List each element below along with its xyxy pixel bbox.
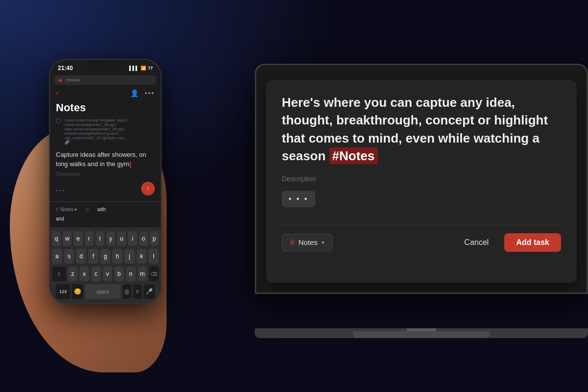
key-k[interactable]: k [137, 249, 147, 264]
tag-label: Notes [298, 238, 318, 246]
key-backspace[interactable]: ⌫ [149, 267, 159, 281]
key-h[interactable]: h [112, 249, 122, 264]
task-text-before: Here's where you can captue any idea, th… [282, 95, 548, 163]
key-123[interactable]: 123 [56, 284, 70, 299]
compose-dots[interactable]: ... [56, 184, 65, 193]
phone-notch [86, 60, 125, 72]
wifi-icon: 📶 [141, 66, 146, 71]
keyboard: q w e r t y u i o p a s d f g [50, 227, 161, 303]
key-a[interactable]: a [52, 249, 62, 264]
key-mic[interactable]: 🎤 [144, 284, 155, 299]
key-c[interactable]: c [91, 267, 101, 281]
key-space[interactable]: space [85, 284, 121, 299]
key-t[interactable]: t [96, 231, 104, 246]
chrome-back-icon: ◀ [58, 77, 62, 83]
laptop-trackpad-area [353, 331, 490, 338]
key-v[interactable]: v [103, 267, 113, 281]
signal-icon: ▌▌▌ [129, 66, 139, 71]
notes-suggestion: Notes ▾ [61, 207, 77, 212]
phone-url-text-4: kX0ch5Ys53mSjPBxlHHLCQ/view? [65, 131, 127, 136]
phone-content-text: Capture ideas after showers, on long wal… [50, 147, 161, 170]
task-main-text: Here's where you can captue any idea, th… [282, 94, 561, 165]
key-i[interactable]: i [128, 231, 137, 246]
key-f[interactable]: f [88, 249, 98, 264]
phone-nav: ‹ 👤 ••• [50, 87, 161, 99]
laptop-screen-border: Here's where you can captue any idea, th… [255, 64, 588, 294]
suggestion-or: or [85, 207, 89, 212]
task-divider [282, 225, 561, 225]
key-n[interactable]: n [126, 267, 136, 281]
keyboard-row-3: ⇧ z x c v b n m ⌫ [52, 267, 159, 281]
phone-url-text-3: www.canva.com/design/DAE7_ZFLqjU/ [65, 127, 127, 131]
keyboard-row-4: 123 😊 space @ # 🎤 [52, 284, 159, 299]
task-footer: # Notes ▾ Cancel Add task [282, 233, 561, 252]
and-suggestion: and [56, 216, 64, 221]
key-d[interactable]: d [76, 249, 86, 264]
back-arrow-icon[interactable]: ‹ [56, 89, 58, 98]
key-y[interactable]: y [106, 231, 115, 246]
task-actions: Cancel Add task [455, 233, 561, 252]
cancel-button[interactable]: Cancel [455, 233, 499, 252]
phone-status-icons: ▌▌▌ 📶 77 [129, 66, 153, 71]
phone-url-text-5: utm_content=DAE7_ZFLqjU&utm_cam... [65, 136, 127, 140]
phone-url-text-2: canva.com/design/DAE7_ZFLqjU/ [65, 122, 127, 127]
key-r[interactable]: r [85, 231, 94, 246]
phone-divider [50, 201, 161, 202]
key-s[interactable]: s [64, 249, 74, 264]
key-w[interactable]: w [63, 231, 72, 246]
laptop-screen: Here's where you can captue any idea, th… [256, 65, 587, 293]
phone-screen: 21:40 ▌▌▌ 📶 77 ◀ Chrome ‹ 👤 ••• [50, 60, 161, 303]
phone-suggestions: # Notes ▾ or with [50, 204, 161, 215]
phone-time: 21:40 [58, 65, 73, 72]
task-three-dots-button[interactable]: • • • [282, 191, 316, 207]
phone-mockup: 21:40 ▌▌▌ 📶 77 ◀ Chrome ‹ 👤 ••• [29, 59, 186, 363]
send-button[interactable]: ↑ [141, 182, 155, 196]
laptop-base [255, 328, 588, 338]
battery-icon: 77 [148, 66, 153, 71]
task-hashtag: #Notes [329, 147, 378, 164]
key-m[interactable]: m [138, 267, 147, 281]
key-x[interactable]: x [79, 267, 89, 281]
key-j[interactable]: j [124, 249, 135, 264]
keyboard-row-1: q w e r t y u i o p [52, 231, 159, 246]
laptop-mockup: Here's where you can captue any idea, th… [255, 64, 588, 338]
phone-description: Description [50, 171, 161, 178]
add-task-button[interactable]: Add task [504, 233, 561, 252]
key-hash[interactable]: # [133, 284, 142, 299]
phone-url-item: Canva Notion Mockup Templates: https:// … [50, 116, 161, 147]
phone-url-text: Canva Notion Mockup Templates: https:// [65, 118, 127, 122]
tag-hash-symbol: # [290, 238, 294, 247]
key-p[interactable]: p [150, 231, 159, 246]
phone-frame: 21:40 ▌▌▌ 📶 77 ◀ Chrome ‹ 👤 ••• [49, 59, 162, 304]
text-cursor [130, 162, 131, 169]
link-icon: 🔗 [65, 140, 127, 145]
hash-symbol: # [56, 207, 59, 212]
keyboard-row-2: a s d f g h j k l [52, 249, 159, 264]
send-icon: ↑ [147, 185, 149, 192]
key-emoji[interactable]: 😊 [72, 284, 83, 299]
item-checkbox[interactable] [56, 119, 61, 123]
chrome-label: Chrome [66, 78, 79, 82]
key-z[interactable]: z [68, 267, 78, 281]
key-l[interactable]: l [148, 249, 159, 264]
more-icon[interactable]: ••• [145, 89, 155, 97]
task-modal: Here's where you can captue any idea, th… [266, 80, 577, 283]
user-icon[interactable]: 👤 [130, 89, 139, 97]
with-suggestion: with [97, 207, 106, 212]
task-description-label: Description [282, 175, 561, 183]
key-o[interactable]: o [139, 231, 148, 246]
phone-notes-title: Notes [50, 99, 161, 116]
key-q[interactable]: q [52, 231, 61, 246]
key-at[interactable]: @ [122, 284, 131, 299]
key-b[interactable]: b [114, 267, 124, 281]
task-tag-selector[interactable]: # Notes ▾ [282, 234, 333, 251]
key-u[interactable]: u [117, 231, 126, 246]
key-e[interactable]: e [74, 231, 82, 246]
phone-chrome-bar[interactable]: ◀ Chrome [54, 75, 157, 85]
tag-chevron-icon: ▾ [321, 239, 324, 246]
phone-tag-suggestion[interactable]: # Notes ▾ [56, 207, 77, 212]
phone-compose-row: ... ↑ [50, 178, 161, 199]
key-shift[interactable]: ⇧ [52, 267, 66, 281]
key-g[interactable]: g [100, 249, 111, 264]
